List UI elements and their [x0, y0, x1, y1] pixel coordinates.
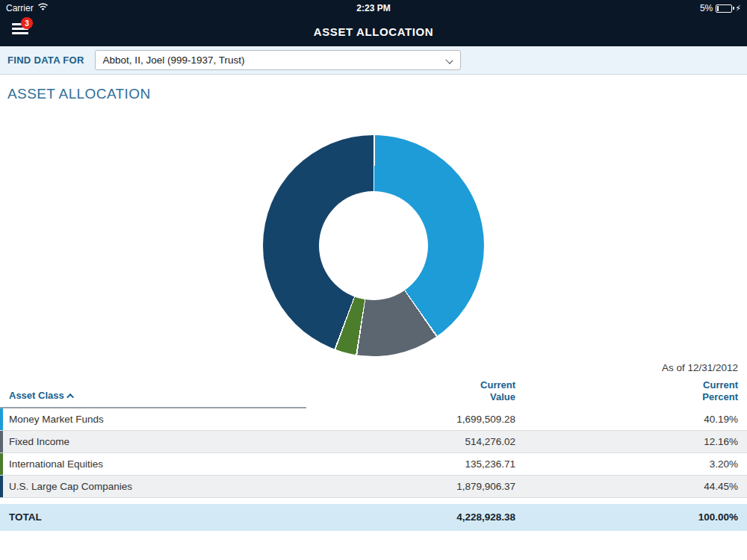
- current-percent-cell: 40.19%: [515, 414, 738, 425]
- asset-class-cell: Money Market Funds: [0, 414, 306, 425]
- total-label: TOTAL: [0, 511, 306, 523]
- asset-class-cell: U.S. Large Cap Companies: [0, 481, 306, 492]
- table-row[interactable]: U.S. Large Cap Companies 1,879,906.37 44…: [0, 476, 747, 498]
- table-row[interactable]: Money Market Funds 1,699,509.28 40.19%: [0, 408, 747, 431]
- notification-badge: 3: [21, 17, 33, 29]
- charging-bolt-icon: ⚡: [735, 4, 741, 13]
- current-value-cell: 135,236.71: [306, 458, 515, 470]
- total-percent: 100.00%: [515, 511, 738, 523]
- current-percent-cell: 12.16%: [515, 436, 738, 447]
- table-row[interactable]: Fixed Income 514,276.02 12.16%: [0, 431, 747, 453]
- carrier-label: Carrier: [6, 3, 34, 13]
- as-of-date: As of 12/31/2012: [0, 362, 747, 373]
- current-value-cell: 1,699,509.28: [306, 414, 515, 425]
- asset-class-cell: Fixed Income: [0, 436, 306, 447]
- sort-ascending-icon: [66, 393, 74, 401]
- page-title: ASSET ALLOCATION: [314, 25, 433, 38]
- chevron-down-icon: [445, 56, 453, 63]
- account-select-value: Abbot, II, Joel (999-1937, Trust): [103, 55, 245, 66]
- header-asset-class[interactable]: Asset Class: [0, 390, 306, 408]
- section-heading: ASSET ALLOCATION: [7, 86, 747, 102]
- battery-icon: [716, 4, 732, 13]
- header-current-value[interactable]: Current Value: [306, 379, 515, 408]
- battery-percent-label: 5%: [700, 3, 713, 13]
- current-percent-cell: 44.45%: [515, 481, 738, 492]
- asset-class-cell: International Equities: [0, 458, 306, 470]
- current-value-cell: 1,879,906.37: [306, 481, 515, 492]
- status-bar: Carrier 2:23 PM 5% ⚡: [0, 0, 747, 16]
- table-header-row: Asset Class Current Value Current Percen…: [0, 379, 747, 408]
- nav-bar: 3 ASSET ALLOCATION: [0, 16, 747, 46]
- current-percent-cell: 3.20%: [515, 458, 738, 470]
- row-color-indicator: [0, 431, 3, 452]
- account-select[interactable]: Abbot, II, Joel (999-1937, Trust): [95, 50, 461, 70]
- row-color-indicator: [0, 408, 3, 430]
- allocation-table: Asset Class Current Value Current Percen…: [0, 379, 747, 531]
- donut-chart[interactable]: [263, 135, 484, 356]
- find-data-label: FIND DATA FOR: [7, 55, 84, 66]
- find-data-bar: FIND DATA FOR Abbot, II, Joel (999-1937,…: [0, 46, 747, 75]
- total-value: 4,228,928.38: [306, 511, 515, 523]
- wifi-icon: [37, 3, 49, 13]
- row-color-indicator: [0, 453, 3, 475]
- current-value-cell: 514,276.02: [306, 436, 515, 447]
- table-total-row: TOTAL 4,228,928.38 100.00%: [0, 504, 747, 531]
- table-row[interactable]: International Equities 135,236.71 3.20%: [0, 453, 747, 476]
- clock: 2:23 PM: [0, 3, 747, 13]
- header-current-percent[interactable]: Current Percent: [515, 379, 738, 408]
- menu-button[interactable]: 3: [12, 23, 28, 37]
- donut-hole: [319, 191, 428, 300]
- row-color-indicator: [0, 476, 3, 497]
